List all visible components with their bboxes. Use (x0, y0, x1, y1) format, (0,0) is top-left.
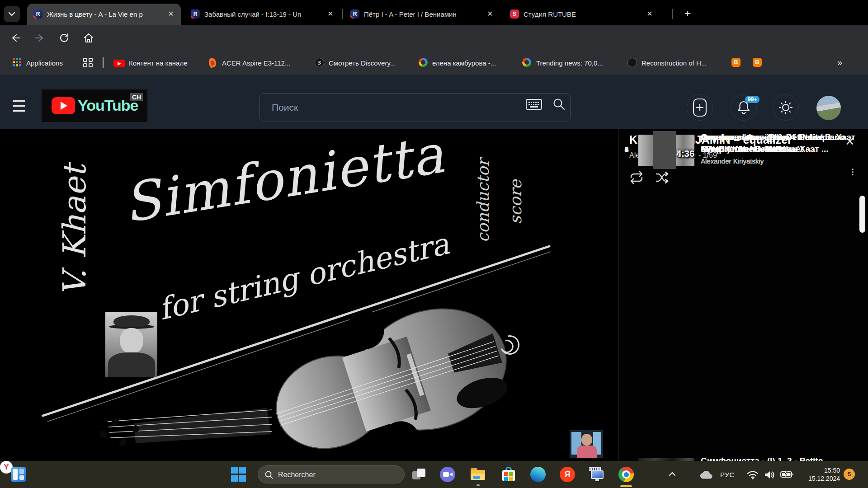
search-icon[interactable] (552, 97, 566, 111)
blogger-favicon-icon[interactable]: B (731, 58, 741, 67)
playlist-scrollbar-thumb[interactable] (859, 196, 865, 233)
microsoft-store-button[interactable] (501, 467, 516, 482)
chevron-down-icon (8, 11, 16, 17)
site-logo[interactable]: YouTube CH (42, 89, 147, 122)
globe-favicon-icon[interactable] (627, 58, 637, 67)
composer-portrait-photo (105, 312, 157, 377)
apps-grid-icon[interactable] (13, 58, 22, 67)
blogger-favicon-icon[interactable]: B (753, 58, 762, 67)
video-thumbnail[interactable] (653, 131, 676, 169)
tab-la-vie-en[interactable]: R Жизнь в цвету - A - La Vie en p ✕ (27, 4, 181, 25)
menu-hamburger-button[interactable] (13, 100, 25, 112)
bookmark-elena-kamburova[interactable]: елена камбурова -... (432, 59, 496, 67)
back-arrow-icon (10, 33, 21, 43)
chat-button[interactable] (440, 467, 455, 482)
browser-tab-strip: R Жизнь в цвету - A - La Vie en p ✕ R За… (0, 0, 868, 25)
virtual-keyboard-icon[interactable] (526, 98, 542, 111)
shuffle-playlist-button[interactable] (655, 170, 669, 185)
tab-peter-i[interactable]: R Пётр I - A - Peter I / Вениамин ✕ (344, 4, 500, 25)
play-logo-icon (52, 97, 75, 114)
tab-divider (502, 9, 502, 19)
file-explorer-button[interactable] (470, 467, 486, 482)
video-player[interactable]: V. Khaet Simfonietta for string orchestr… (0, 129, 618, 461)
home-icon (83, 33, 94, 43)
tray-chevron-up-icon[interactable] (668, 471, 676, 477)
repeat-icon (629, 170, 644, 185)
bookmarks-bar: Applications Контент на канале ACER Aspi… (0, 51, 868, 75)
windows-taskbar: Я Y РУС 15:50 15.12.2024 5 (0, 461, 868, 488)
artwork-artist-text: V. Khaet (56, 164, 93, 296)
bookmark-reconstruction[interactable]: Reconstruction of H... (642, 59, 707, 67)
bookmark-applications[interactable]: Applications (26, 59, 63, 67)
tab-close-icon[interactable]: ✕ (486, 9, 495, 19)
site-search-box[interactable] (259, 93, 571, 122)
playlist-item[interactable]: 7:20 Симфониетта - (I) 1, 2 - Petite Sym… (618, 452, 868, 461)
chrome-browser-button[interactable] (618, 467, 634, 482)
google-favicon-icon[interactable] (419, 58, 428, 67)
site-search-input[interactable] (272, 100, 507, 115)
widgets-button[interactable] (11, 467, 26, 482)
shuffle-icon (655, 170, 669, 185)
onedrive-cloud-icon[interactable] (699, 470, 713, 480)
tab-rutube-studio[interactable]: S Студия RUTUBE ✕ (504, 4, 660, 25)
rutube-favicon-icon: R (33, 9, 42, 19)
theme-toggle-button[interactable] (778, 100, 793, 115)
desktop-screen: R Жизнь в цвету - A - La Vie en p ✕ R За… (0, 0, 868, 488)
edge-browser-button[interactable] (530, 467, 546, 482)
tab-close-icon[interactable]: ✕ (645, 9, 654, 19)
taskbar-search-input[interactable] (278, 469, 391, 481)
task-view-button[interactable] (411, 467, 427, 482)
yandex-browser-button[interactable]: Я (560, 467, 575, 482)
new-tab-button[interactable]: + (680, 7, 695, 21)
bookmark-kontent-na-kanale[interactable]: Контент на канале (129, 59, 187, 67)
clock-time: 15:50 (787, 466, 840, 474)
tab-divider (342, 9, 343, 19)
taskbar-clock[interactable]: 15:50 15.12.2024 (787, 466, 840, 483)
tab-zabavny-sluchay[interactable]: R Забавный случай - I:13-19 - Un ✕ (184, 4, 340, 25)
tab-title: Студия RUTUBE (524, 10, 642, 18)
youtube-favicon-icon[interactable] (113, 60, 125, 67)
reload-icon (59, 33, 70, 43)
remote-desktop-button[interactable] (589, 467, 604, 482)
bookmark-discovery[interactable]: Смотреть Discovery... (329, 59, 396, 67)
volume-icon[interactable] (764, 470, 776, 480)
start-button[interactable] (231, 467, 246, 482)
back-button[interactable] (10, 33, 21, 43)
tab-close-icon[interactable]: ✕ (166, 9, 175, 19)
reload-button[interactable] (59, 33, 70, 43)
notification-center-badge[interactable]: 5 (844, 469, 855, 480)
upload-video-button[interactable] (693, 98, 707, 117)
clock-date: 15.12.2024 (787, 474, 840, 483)
tab-search-button[interactable] (4, 6, 20, 22)
forward-arrow-icon (34, 33, 45, 43)
bookmark-acer-aspire[interactable]: ACER Aspire E3-112... (222, 59, 290, 67)
playlist-item-partial[interactable] (618, 129, 868, 172)
forward-button[interactable] (34, 33, 45, 43)
language-indicator[interactable]: РУС (720, 471, 735, 479)
video-title[interactable]: Симфониетта - (I) 1, 2 - Petite Symphoni… (701, 455, 857, 461)
bookmarks-overflow-chevron[interactable]: » (837, 57, 842, 68)
browser-toolbar: rutube.ru/video/7bbe806dd1cc36aeb3cf8f4d… (0, 25, 868, 51)
bookmark-grid-icon[interactable] (83, 58, 93, 68)
tab-title: Пётр I - A - Peter I / Вениамин (364, 10, 482, 18)
bookmark-trending-news[interactable]: Trending news: 70,0... (536, 59, 603, 67)
home-button[interactable] (83, 33, 94, 43)
flame-favicon-icon[interactable] (208, 57, 217, 68)
active-app-indicator (620, 485, 632, 487)
picture-in-picture-overlay (570, 430, 603, 458)
site-profile-avatar[interactable] (816, 96, 841, 120)
notification-count-badge: 99+ (745, 96, 760, 103)
bookmarks-divider (103, 57, 104, 68)
playlist-panel: KHAET BENJAMIN – equalizer ✕ Alexander K… (618, 129, 868, 461)
artwork-score-text: score (506, 180, 525, 225)
tab-close-icon[interactable]: ✕ (326, 9, 335, 19)
taskbar-search-box[interactable] (258, 465, 405, 483)
loop-playlist-button[interactable] (629, 170, 644, 185)
google-favicon-icon[interactable] (522, 58, 531, 67)
logo-text: YouTube (78, 97, 138, 114)
sun-icon (778, 100, 793, 115)
wifi-icon[interactable] (747, 470, 759, 479)
discovery-favicon-icon[interactable]: S (315, 58, 324, 67)
artwork-conductor-text: conductor (474, 159, 492, 243)
rutube-favicon-icon: R (350, 9, 359, 19)
